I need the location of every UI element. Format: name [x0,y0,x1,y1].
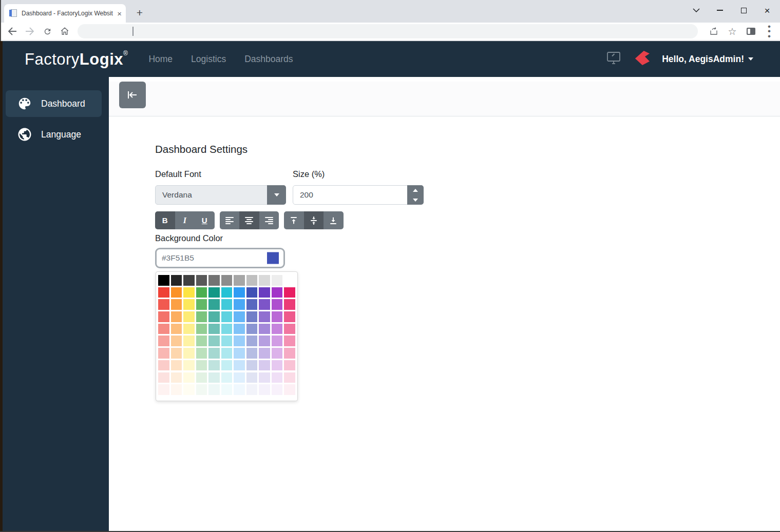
palette-swatch[interactable] [221,275,233,286]
palette-swatch[interactable] [234,384,245,395]
align-right-button[interactable] [259,211,279,229]
palette-swatch[interactable] [171,336,182,346]
palette-swatch[interactable] [246,384,258,395]
palette-swatch[interactable] [158,287,169,298]
palette-swatch[interactable] [246,287,258,298]
palette-swatch[interactable] [208,311,220,322]
palette-swatch[interactable] [208,360,220,371]
chevron-down-icon[interactable] [267,185,286,205]
window-minimize-button[interactable] [708,0,732,21]
user-menu-caret-icon[interactable] [748,57,753,61]
palette-swatch[interactable] [284,299,295,310]
palette-swatch[interactable] [183,336,195,346]
palette-swatch[interactable] [208,336,220,346]
palette-swatch[interactable] [158,275,169,286]
palette-swatch[interactable] [284,360,295,371]
palette-swatch[interactable] [234,360,245,371]
palette-swatch[interactable] [196,360,207,371]
stepper-down-icon[interactable] [407,195,424,205]
palette-swatch[interactable] [208,324,220,334]
palette-swatch[interactable] [183,384,195,395]
palette-swatch[interactable] [272,324,283,334]
palette-swatch[interactable] [234,275,245,286]
palette-swatch[interactable] [259,299,270,310]
align-left-button[interactable] [220,211,240,229]
browser-menu-icon[interactable]: ••• [762,24,777,39]
palette-swatch[interactable] [259,384,270,395]
palette-swatch[interactable] [272,336,283,346]
palette-swatch[interactable] [272,311,283,322]
palette-swatch[interactable] [183,372,195,383]
palette-swatch[interactable] [246,275,258,286]
bookmark-star-icon[interactable]: ☆ [725,24,740,39]
palette-swatch[interactable] [221,372,233,383]
palette-swatch[interactable] [196,384,207,395]
palette-swatch[interactable] [284,287,295,298]
sidebar-item-language[interactable]: Language [6,121,102,148]
window-maximize-button[interactable] [732,0,755,21]
palette-swatch[interactable] [158,324,169,334]
palette-swatch[interactable] [246,372,258,383]
new-tab-button[interactable]: + [132,6,147,20]
palette-swatch[interactable] [183,324,195,334]
default-font-select[interactable]: Verdana [155,185,286,205]
back-icon[interactable] [5,24,20,39]
palette-swatch[interactable] [234,287,245,298]
palette-swatch[interactable] [259,360,270,371]
palette-swatch[interactable] [208,348,220,359]
palette-swatch[interactable] [171,299,182,310]
underline-button[interactable]: U [195,211,215,229]
palette-swatch[interactable] [158,336,169,346]
palette-swatch[interactable] [284,311,295,322]
palette-swatch[interactable] [158,299,169,310]
palette-swatch[interactable] [196,372,207,383]
palette-swatch[interactable] [234,324,245,334]
palette-swatch[interactable] [272,348,283,359]
palette-swatch[interactable] [208,384,220,395]
palette-swatch[interactable] [158,360,169,371]
background-color-input[interactable] [157,253,283,263]
user-greeting[interactable]: Hello, AegisAdmin! [662,54,744,65]
palette-swatch[interactable] [158,384,169,395]
palette-swatch[interactable] [259,324,270,334]
palette-swatch[interactable] [196,336,207,346]
align-center-button[interactable] [239,211,259,229]
palette-swatch[interactable] [221,287,233,298]
palette-swatch[interactable] [196,324,207,334]
palette-swatch[interactable] [196,299,207,310]
palette-swatch[interactable] [183,287,195,298]
palette-swatch[interactable] [183,275,195,286]
palette-swatch[interactable] [221,311,233,322]
nav-dashboards[interactable]: Dashboards [244,54,293,65]
palette-swatch[interactable] [221,324,233,334]
palette-swatch[interactable] [158,348,169,359]
palette-swatch[interactable] [246,348,258,359]
palette-swatch[interactable] [272,360,283,371]
palette-swatch[interactable] [259,287,270,298]
tab-search-icon[interactable] [684,0,708,21]
palette-swatch[interactable] [246,336,258,346]
palette-swatch[interactable] [259,275,270,286]
address-input[interactable] [78,24,698,38]
palette-swatch[interactable] [246,311,258,322]
italic-button[interactable]: I [175,211,195,229]
palette-swatch[interactable] [196,287,207,298]
size-input[interactable] [293,186,396,204]
palette-swatch[interactable] [196,275,207,286]
share-icon[interactable] [706,24,721,39]
side-panel-icon[interactable] [743,24,758,39]
palette-swatch[interactable] [183,360,195,371]
palette-swatch[interactable] [246,299,258,310]
browser-tab[interactable]: Dashboard - FactoryLogix Websit × [4,4,126,23]
stepper-up-icon[interactable] [407,185,424,195]
palette-swatch[interactable] [183,311,195,322]
monitor-edit-icon[interactable] [606,51,621,67]
palette-swatch[interactable] [259,372,270,383]
palette-swatch[interactable] [208,299,220,310]
palette-swatch[interactable] [272,384,283,395]
bold-button[interactable]: B [155,211,175,229]
palette-swatch[interactable] [234,372,245,383]
nav-home[interactable]: Home [148,54,173,65]
palette-swatch[interactable] [171,384,182,395]
palette-swatch[interactable] [234,299,245,310]
